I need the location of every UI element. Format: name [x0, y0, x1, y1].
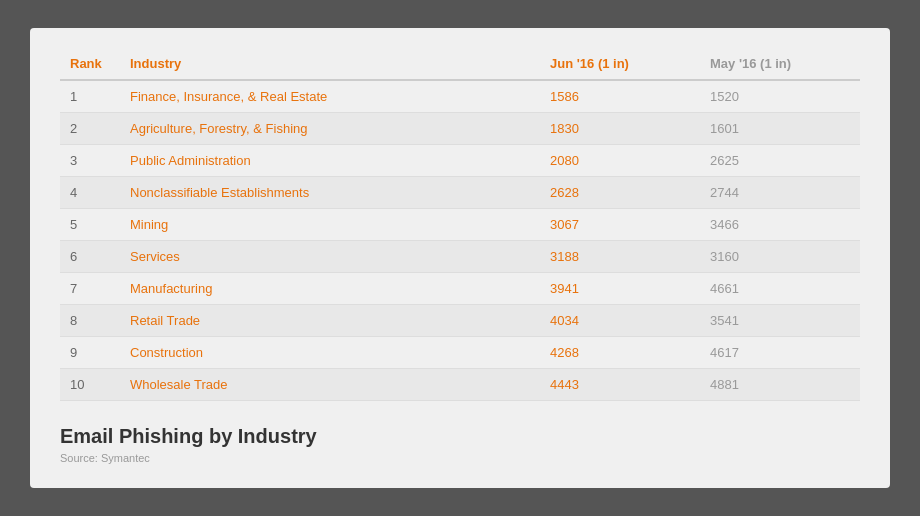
rank-cell: 9: [60, 337, 120, 369]
header-rank: Rank: [60, 48, 120, 80]
table-row: 6Services31883160: [60, 241, 860, 273]
rank-cell: 4: [60, 177, 120, 209]
industry-cell: Nonclassifiable Establishments: [120, 177, 540, 209]
table-row: 9Construction42684617: [60, 337, 860, 369]
footer-source: Source: Symantec: [60, 452, 860, 464]
jun-cell: 3188: [540, 241, 700, 273]
header-jun: Jun '16 (1 in): [540, 48, 700, 80]
table-row: 3Public Administration20802625: [60, 145, 860, 177]
jun-cell: 2628: [540, 177, 700, 209]
main-card: Rank Industry Jun '16 (1 in) May '16 (1 …: [30, 28, 890, 488]
industry-cell: Wholesale Trade: [120, 369, 540, 401]
jun-cell: 1586: [540, 80, 700, 113]
rank-cell: 10: [60, 369, 120, 401]
may-cell: 3541: [700, 305, 860, 337]
may-cell: 4661: [700, 273, 860, 305]
rank-cell: 7: [60, 273, 120, 305]
industry-cell: Public Administration: [120, 145, 540, 177]
jun-cell: 4034: [540, 305, 700, 337]
may-cell: 1601: [700, 113, 860, 145]
jun-cell: 1830: [540, 113, 700, 145]
table-row: 7Manufacturing39414661: [60, 273, 860, 305]
may-cell: 2744: [700, 177, 860, 209]
rank-cell: 3: [60, 145, 120, 177]
industry-cell: Finance, Insurance, & Real Estate: [120, 80, 540, 113]
industry-table: Rank Industry Jun '16 (1 in) May '16 (1 …: [60, 48, 860, 401]
header-industry: Industry: [120, 48, 540, 80]
table-row: 2Agriculture, Forestry, & Fishing1830160…: [60, 113, 860, 145]
table-row: 4Nonclassifiable Establishments26282744: [60, 177, 860, 209]
may-cell: 2625: [700, 145, 860, 177]
jun-cell: 3067: [540, 209, 700, 241]
footer-title: Email Phishing by Industry: [60, 425, 860, 448]
rank-cell: 6: [60, 241, 120, 273]
industry-cell: Construction: [120, 337, 540, 369]
industry-cell: Mining: [120, 209, 540, 241]
industry-cell: Agriculture, Forestry, & Fishing: [120, 113, 540, 145]
may-cell: 1520: [700, 80, 860, 113]
jun-cell: 4268: [540, 337, 700, 369]
rank-cell: 5: [60, 209, 120, 241]
industry-cell: Manufacturing: [120, 273, 540, 305]
rank-cell: 8: [60, 305, 120, 337]
jun-cell: 2080: [540, 145, 700, 177]
industry-cell: Services: [120, 241, 540, 273]
header-may: May '16 (1 in): [700, 48, 860, 80]
table-row: 10Wholesale Trade44434881: [60, 369, 860, 401]
table-row: 1Finance, Insurance, & Real Estate158615…: [60, 80, 860, 113]
rank-cell: 1: [60, 80, 120, 113]
may-cell: 4617: [700, 337, 860, 369]
may-cell: 3466: [700, 209, 860, 241]
table-row: 8Retail Trade40343541: [60, 305, 860, 337]
may-cell: 4881: [700, 369, 860, 401]
table-row: 5Mining30673466: [60, 209, 860, 241]
may-cell: 3160: [700, 241, 860, 273]
jun-cell: 4443: [540, 369, 700, 401]
rank-cell: 2: [60, 113, 120, 145]
jun-cell: 3941: [540, 273, 700, 305]
industry-cell: Retail Trade: [120, 305, 540, 337]
